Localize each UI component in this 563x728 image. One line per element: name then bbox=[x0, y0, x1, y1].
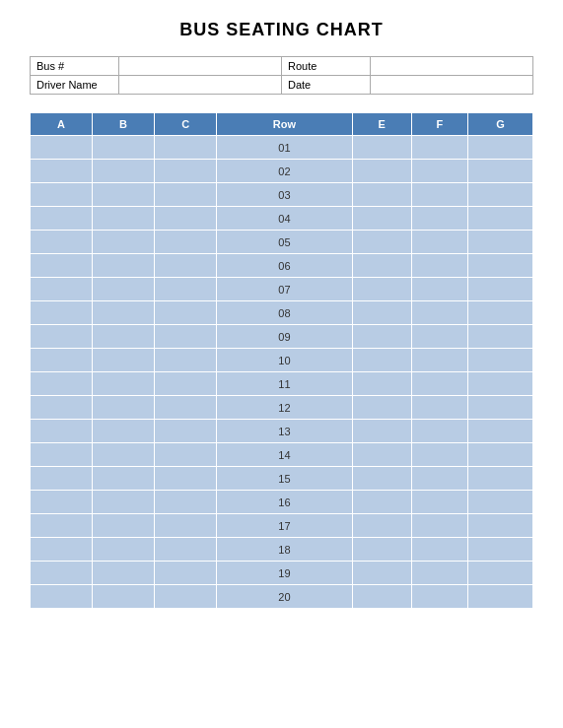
seat-06-A[interactable] bbox=[31, 254, 93, 278]
seat-06-G[interactable] bbox=[467, 254, 532, 278]
seat-15-E[interactable] bbox=[352, 467, 411, 491]
seat-16-F[interactable] bbox=[411, 491, 467, 514]
seat-04-B[interactable] bbox=[93, 207, 155, 231]
seat-04-C[interactable] bbox=[155, 207, 217, 231]
seat-15-B[interactable] bbox=[93, 467, 155, 491]
seat-07-C[interactable] bbox=[155, 278, 217, 301]
seat-12-C[interactable] bbox=[155, 396, 217, 420]
seat-01-G[interactable] bbox=[467, 136, 532, 160]
seat-02-B[interactable] bbox=[93, 160, 155, 183]
route-value[interactable] bbox=[371, 57, 533, 76]
seat-01-B[interactable] bbox=[93, 136, 155, 160]
seat-09-E[interactable] bbox=[352, 325, 411, 349]
seat-03-C[interactable] bbox=[155, 183, 217, 207]
seat-03-F[interactable] bbox=[411, 183, 467, 207]
seat-01-C[interactable] bbox=[155, 136, 217, 160]
seat-04-A[interactable] bbox=[31, 207, 93, 231]
seat-16-C[interactable] bbox=[155, 491, 217, 514]
seat-20-B[interactable] bbox=[93, 585, 155, 609]
seat-12-A[interactable] bbox=[31, 396, 93, 420]
seat-19-F[interactable] bbox=[411, 562, 467, 585]
seat-20-E[interactable] bbox=[352, 585, 411, 609]
seat-17-E[interactable] bbox=[352, 514, 411, 538]
seat-06-F[interactable] bbox=[411, 254, 467, 278]
seat-08-G[interactable] bbox=[467, 301, 532, 325]
seat-05-G[interactable] bbox=[467, 231, 532, 254]
seat-02-C[interactable] bbox=[155, 160, 217, 183]
seat-12-E[interactable] bbox=[352, 396, 411, 420]
seat-03-B[interactable] bbox=[93, 183, 155, 207]
seat-10-B[interactable] bbox=[93, 349, 155, 372]
seat-08-C[interactable] bbox=[155, 301, 217, 325]
seat-02-E[interactable] bbox=[352, 160, 411, 183]
seat-18-F[interactable] bbox=[411, 538, 467, 562]
seat-10-F[interactable] bbox=[411, 349, 467, 372]
seat-09-B[interactable] bbox=[93, 325, 155, 349]
seat-08-F[interactable] bbox=[411, 301, 467, 325]
seat-19-C[interactable] bbox=[155, 562, 217, 585]
seat-01-F[interactable] bbox=[411, 136, 467, 160]
seat-04-G[interactable] bbox=[467, 207, 532, 231]
seat-10-C[interactable] bbox=[155, 349, 217, 372]
seat-14-F[interactable] bbox=[411, 443, 467, 467]
seat-11-C[interactable] bbox=[155, 372, 217, 396]
seat-07-F[interactable] bbox=[411, 278, 467, 301]
seat-16-G[interactable] bbox=[467, 491, 532, 514]
seat-11-E[interactable] bbox=[352, 372, 411, 396]
seat-13-C[interactable] bbox=[155, 420, 217, 443]
seat-11-G[interactable] bbox=[467, 372, 532, 396]
seat-09-C[interactable] bbox=[155, 325, 217, 349]
seat-05-B[interactable] bbox=[93, 231, 155, 254]
seat-18-G[interactable] bbox=[467, 538, 532, 562]
seat-13-B[interactable] bbox=[93, 420, 155, 443]
seat-09-G[interactable] bbox=[467, 325, 532, 349]
seat-10-A[interactable] bbox=[31, 349, 93, 372]
seat-17-G[interactable] bbox=[467, 514, 532, 538]
seat-20-F[interactable] bbox=[411, 585, 467, 609]
seat-09-F[interactable] bbox=[411, 325, 467, 349]
seat-02-F[interactable] bbox=[411, 160, 467, 183]
seat-09-A[interactable] bbox=[31, 325, 93, 349]
seat-14-A[interactable] bbox=[31, 443, 93, 467]
seat-12-G[interactable] bbox=[467, 396, 532, 420]
driver-value[interactable] bbox=[119, 76, 282, 95]
seat-08-E[interactable] bbox=[352, 301, 411, 325]
seat-06-E[interactable] bbox=[352, 254, 411, 278]
seat-03-E[interactable] bbox=[352, 183, 411, 207]
seat-13-E[interactable] bbox=[352, 420, 411, 443]
seat-14-E[interactable] bbox=[352, 443, 411, 467]
seat-15-F[interactable] bbox=[411, 467, 467, 491]
seat-06-C[interactable] bbox=[155, 254, 217, 278]
seat-03-G[interactable] bbox=[467, 183, 532, 207]
seat-18-E[interactable] bbox=[352, 538, 411, 562]
seat-03-A[interactable] bbox=[31, 183, 93, 207]
seat-05-F[interactable] bbox=[411, 231, 467, 254]
seat-18-B[interactable] bbox=[93, 538, 155, 562]
seat-20-A[interactable] bbox=[31, 585, 93, 609]
seat-14-G[interactable] bbox=[467, 443, 532, 467]
seat-05-E[interactable] bbox=[352, 231, 411, 254]
seat-11-B[interactable] bbox=[93, 372, 155, 396]
seat-12-F[interactable] bbox=[411, 396, 467, 420]
seat-18-A[interactable] bbox=[31, 538, 93, 562]
seat-10-G[interactable] bbox=[467, 349, 532, 372]
seat-07-G[interactable] bbox=[467, 278, 532, 301]
seat-02-G[interactable] bbox=[467, 160, 532, 183]
seat-13-A[interactable] bbox=[31, 420, 93, 443]
seat-18-C[interactable] bbox=[155, 538, 217, 562]
seat-04-E[interactable] bbox=[352, 207, 411, 231]
seat-17-F[interactable] bbox=[411, 514, 467, 538]
date-value[interactable] bbox=[371, 76, 533, 95]
seat-06-B[interactable] bbox=[93, 254, 155, 278]
seat-14-B[interactable] bbox=[93, 443, 155, 467]
seat-07-B[interactable] bbox=[93, 278, 155, 301]
seat-04-F[interactable] bbox=[411, 207, 467, 231]
seat-08-B[interactable] bbox=[93, 301, 155, 325]
seat-07-E[interactable] bbox=[352, 278, 411, 301]
seat-13-F[interactable] bbox=[411, 420, 467, 443]
seat-19-E[interactable] bbox=[352, 562, 411, 585]
seat-11-A[interactable] bbox=[31, 372, 93, 396]
seat-17-C[interactable] bbox=[155, 514, 217, 538]
seat-15-C[interactable] bbox=[155, 467, 217, 491]
seat-14-C[interactable] bbox=[155, 443, 217, 467]
